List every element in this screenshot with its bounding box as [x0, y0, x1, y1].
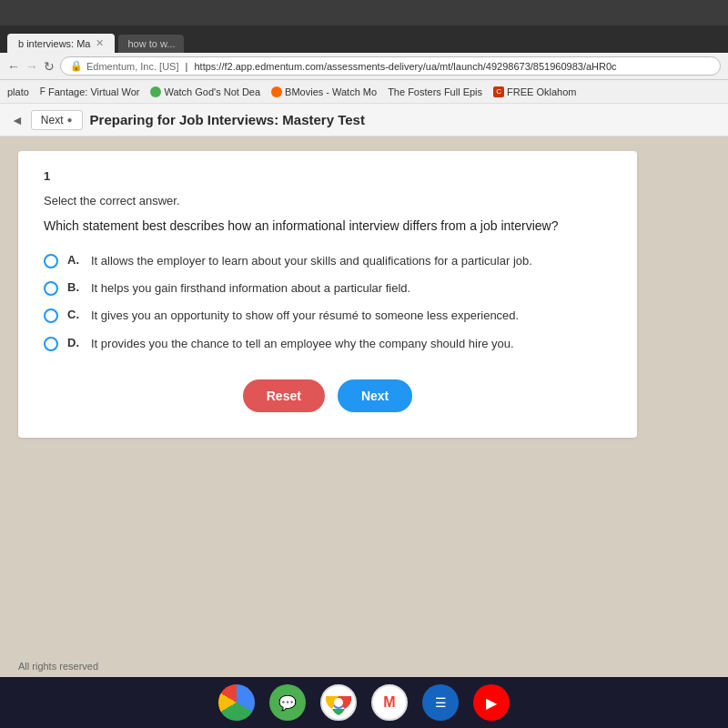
option-b-letter: B. [67, 280, 82, 294]
address-bar-row: ← → ↻ 🔒 Edmentum, Inc. [US] | https://f2… [0, 53, 728, 80]
option-d[interactable]: D. It provides you the chance to tell an… [44, 336, 612, 352]
question-instruction: Select the correct answer. [44, 194, 612, 207]
radio-a[interactable] [44, 254, 58, 268]
option-a-text: It allows the employer to learn about yo… [91, 253, 612, 269]
bookmarks-bar: plato F Fantage: Virtual Wor Watch God's… [0, 80, 728, 104]
question-card: 1 Select the correct answer. Which state… [18, 151, 637, 438]
radio-c[interactable] [44, 308, 58, 323]
question-text: Which statement best describes how an in… [44, 218, 612, 233]
option-b-text: It helps you gain firsthand information … [91, 280, 612, 297]
radio-d[interactable] [44, 337, 58, 351]
browser-controls [0, 0, 728, 25]
forward-icon[interactable]: → [25, 59, 38, 74]
active-tab-label: b interviews: Ma [18, 38, 90, 49]
question-number: 1 [44, 169, 612, 183]
main-content: 1 Select the correct answer. Which state… [0, 136, 728, 655]
taskbar-youtube-icon[interactable]: ▶ [473, 684, 510, 721]
bookmark-fosters[interactable]: The Fosters Full Epis [388, 86, 482, 97]
taskbar-messages-icon[interactable]: 💬 [269, 684, 306, 721]
option-c-letter: C. [67, 308, 82, 321]
option-c-text: It gives you an opportunity to show off … [91, 308, 612, 324]
option-d-letter: D. [67, 336, 82, 349]
back-icon[interactable]: ← [7, 59, 20, 74]
app-title: Preparing for Job Interviews: Mastery Te… [90, 112, 365, 127]
close-tab-icon[interactable]: ✕ [96, 37, 104, 49]
button-row: Reset Next [44, 379, 612, 412]
address-label: Edmentum, Inc. [US] [86, 61, 178, 72]
app-header: ◄ Next ● Preparing for Job Interviews: M… [0, 104, 728, 136]
reset-button[interactable]: Reset [243, 379, 325, 412]
address-url: https://f2.app.edmentum.com/assessments-… [194, 61, 616, 72]
bookmark-watch-gods[interactable]: Watch God's Not Dea [150, 86, 260, 97]
taskbar-chrome-icon[interactable] [320, 684, 357, 721]
taskbar-gmail-icon[interactable]: M [371, 684, 408, 721]
option-a-letter: A. [67, 253, 82, 267]
reload-icon[interactable]: ↻ [44, 59, 55, 74]
option-d-text: It provides you the chance to tell an em… [91, 336, 612, 352]
bookmark-fantage[interactable]: F Fantage: Virtual Wor [40, 86, 140, 97]
option-c[interactable]: C. It gives you an opportunity to show o… [44, 308, 612, 324]
next-button[interactable]: Next [338, 379, 412, 412]
taskbar-drive-icon[interactable] [218, 684, 255, 721]
bookmark-oklahoma[interactable]: C FREE Oklahom [493, 86, 576, 97]
footer: All rights reserved [0, 655, 728, 677]
url-bar[interactable]: 🔒 Edmentum, Inc. [US] | https://f2.app.e… [60, 56, 721, 76]
active-tab[interactable]: b interviews: Ma ✕ [7, 34, 115, 53]
inactive-tab-label: how to w... [127, 38, 175, 49]
tab-bar: b interviews: Ma ✕ how to w... [0, 25, 728, 53]
taskbar: 💬 M ☰ ▶ [0, 677, 728, 728]
inactive-tab[interactable]: how to w... [118, 35, 184, 53]
radio-b[interactable] [44, 281, 58, 296]
lock-icon: 🔒 [70, 60, 83, 72]
next-arrow-icon: ● [67, 115, 73, 125]
left-arrow-icon: ◄ [11, 113, 24, 127]
options-list: A. It allows the employer to learn about… [44, 253, 612, 352]
svg-point-2 [334, 698, 343, 707]
taskbar-docs-icon[interactable]: ☰ [422, 684, 459, 721]
option-a[interactable]: A. It allows the employer to learn about… [44, 253, 612, 269]
next-header-button[interactable]: Next ● [31, 110, 83, 130]
bookmark-bmovies[interactable]: BMovies - Watch Mo [271, 86, 377, 97]
bookmark-plato[interactable]: plato [7, 86, 29, 97]
copyright-text: All rights reserved [18, 661, 98, 672]
next-header-label: Next [41, 114, 64, 126]
option-b[interactable]: B. It helps you gain firsthand informati… [44, 280, 612, 297]
